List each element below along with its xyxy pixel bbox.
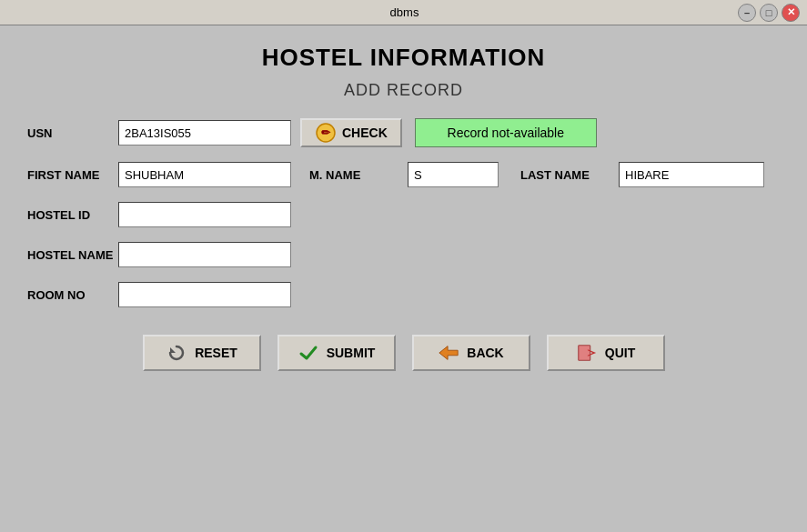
- roomno-row: ROOM NO: [27, 282, 780, 307]
- check-button[interactable]: ✏ CHECK: [300, 118, 402, 147]
- reset-label: RESET: [195, 346, 237, 360]
- hostelname-input[interactable]: [118, 242, 291, 267]
- mname-input[interactable]: [408, 162, 499, 187]
- window-title: dbms: [71, 5, 738, 19]
- firstname-input[interactable]: [118, 162, 291, 187]
- mname-label: M. NAME: [309, 168, 400, 182]
- back-icon: [438, 342, 459, 364]
- usn-row: USN ✏ CHECK Record not-available: [27, 118, 780, 147]
- maximize-button[interactable]: □: [760, 4, 778, 22]
- quit-button[interactable]: QUIT: [547, 335, 665, 371]
- window-controls: – □ ✕: [738, 4, 800, 22]
- hostelid-label: HOSTEL ID: [27, 208, 118, 222]
- reset-button[interactable]: RESET: [143, 335, 261, 371]
- usn-label: USN: [27, 126, 118, 140]
- page-title: HOSTEL INFORMATION: [27, 44, 780, 72]
- hostelid-row: HOSTEL ID: [27, 202, 780, 227]
- svg-rect-4: [579, 346, 590, 361]
- svg-marker-2: [170, 347, 176, 353]
- lastname-label: LAST NAME: [520, 168, 611, 182]
- back-label: BACK: [467, 346, 503, 360]
- hostelname-row: HOSTEL NAME: [27, 242, 780, 267]
- reset-icon: [166, 342, 187, 364]
- submit-label: SUBMIT: [327, 346, 376, 360]
- check-label: CHECK: [342, 125, 388, 140]
- hostelid-input[interactable]: [118, 202, 291, 227]
- quit-label: QUIT: [605, 346, 635, 360]
- close-button[interactable]: ✕: [782, 4, 800, 22]
- record-status: Record not-available: [415, 118, 597, 147]
- usn-input[interactable]: [118, 120, 291, 146]
- svg-text:✏: ✏: [321, 126, 331, 139]
- submit-icon: [298, 342, 319, 364]
- firstname-label: FIRST NAME: [27, 168, 118, 182]
- main-content: HOSTEL INFORMATION ADD RECORD USN ✏ CHEC…: [0, 25, 807, 389]
- title-bar: dbms – □ ✕: [0, 0, 807, 25]
- back-button[interactable]: BACK: [412, 335, 530, 371]
- check-icon: ✏: [315, 122, 337, 144]
- quit-icon: [576, 342, 598, 364]
- sub-title: ADD RECORD: [27, 81, 780, 100]
- button-row: RESET SUBMIT BACK: [27, 335, 780, 371]
- minimize-button[interactable]: –: [738, 4, 756, 22]
- hostelname-label: HOSTEL NAME: [27, 248, 118, 262]
- roomno-label: ROOM NO: [27, 288, 118, 302]
- name-row: FIRST NAME M. NAME LAST NAME: [27, 162, 780, 187]
- svg-marker-3: [439, 346, 458, 360]
- lastname-input[interactable]: [619, 162, 764, 187]
- submit-button[interactable]: SUBMIT: [277, 335, 396, 371]
- roomno-input[interactable]: [118, 282, 291, 307]
